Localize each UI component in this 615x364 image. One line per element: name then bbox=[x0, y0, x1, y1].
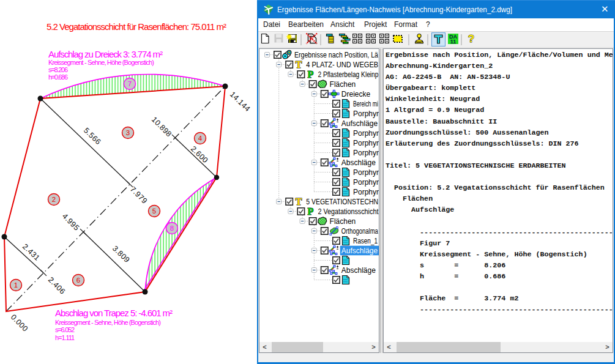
svg-text:Orthogonalma: Orthogonalma bbox=[341, 227, 378, 236]
svg-text:2 Pflasterbelag Kleinp: 2 Pflasterbelag Kleinp bbox=[318, 70, 378, 79]
svg-text:4 PLATZ- UND WEGEB: 4 PLATZ- UND WEGEB bbox=[306, 61, 378, 69]
svg-text:Kreissegment - Sehne, Höhe (Bo: Kreissegment - Sehne, Höhe (Bogenstich) bbox=[55, 319, 161, 326]
svg-text:1: 1 bbox=[14, 281, 18, 289]
svg-text:3: 3 bbox=[126, 129, 130, 136]
svg-text:Porphyr: Porphyr bbox=[353, 178, 379, 187]
svg-text:Abschlag von Trapez 5: -4.601: Abschlag von Trapez 5: -4.601 m² bbox=[55, 308, 173, 318]
svg-text:Rasen_1: Rasen_1 bbox=[353, 237, 378, 245]
svg-text:Porphyr: Porphyr bbox=[353, 149, 379, 157]
svg-text:Aufschläge: Aufschläge bbox=[341, 119, 378, 128]
svg-text:10.898: 10.898 bbox=[150, 115, 173, 138]
svg-text:8: 8 bbox=[170, 225, 174, 232]
svg-text:2.406: 2.406 bbox=[47, 275, 67, 295]
svg-text:2.431: 2.431 bbox=[21, 242, 42, 262]
svg-text:2 Vegatationsschicht: 2 Vegatationsschicht bbox=[318, 207, 379, 216]
svg-text:7.979: 7.979 bbox=[129, 185, 149, 205]
svg-text:Porphyr: Porphyr bbox=[353, 188, 379, 196]
svg-text:Dreiecke: Dreiecke bbox=[341, 90, 371, 98]
svg-text:Abschläge: Abschläge bbox=[341, 158, 376, 167]
svg-text:s=8.206: s=8.206 bbox=[48, 66, 68, 73]
svg-text:7: 7 bbox=[128, 80, 132, 87]
svg-text:4.995: 4.995 bbox=[61, 212, 81, 232]
svg-text:5.2 Vegatationsschicht für Ras: 5.2 Vegatationsschicht für Rasenflächen:… bbox=[47, 21, 226, 32]
svg-text:?: ? bbox=[468, 33, 474, 45]
svg-text:Flächen: Flächen bbox=[330, 217, 356, 226]
svg-text:Ergebnisse nach Position, Lä: Ergebnisse nach Position, Lä bbox=[294, 51, 378, 59]
svg-text:0.000: 0.000 bbox=[9, 313, 29, 333]
svg-text:Abschläge: Abschläge bbox=[341, 266, 376, 275]
svg-text:s=6.052: s=6.052 bbox=[55, 326, 75, 333]
svg-text:h=0.686: h=0.686 bbox=[48, 73, 68, 81]
svg-text:11: 11 bbox=[450, 39, 457, 45]
svg-text:6: 6 bbox=[76, 277, 80, 284]
svg-text:Porphyr: Porphyr bbox=[353, 110, 379, 118]
svg-text:Porphyr: Porphyr bbox=[353, 129, 379, 138]
svg-text:5 VEGETATIONSTECHN: 5 VEGETATIONSTECHN bbox=[306, 198, 378, 206]
svg-text:Bereich mi: Bereich mi bbox=[353, 100, 378, 108]
svg-text:14.144: 14.144 bbox=[228, 90, 252, 113]
svg-text:5.566: 5.566 bbox=[82, 126, 102, 146]
svg-text:Aufschläge: Aufschläge bbox=[341, 247, 378, 255]
svg-text:Porphyr: Porphyr bbox=[353, 168, 379, 177]
svg-text:Aufschlag zu Dreieck 3: 3.774: Aufschlag zu Dreieck 3: 3.774 m² bbox=[48, 49, 163, 59]
svg-text:Kreissegment - Sehne, Höhe (Bo: Kreissegment - Sehne, Höhe (Bogenstich) bbox=[48, 59, 154, 66]
svg-text:2: 2 bbox=[52, 196, 56, 203]
svg-text:h=1.111: h=1.111 bbox=[55, 334, 75, 341]
svg-text:4: 4 bbox=[198, 135, 203, 142]
svg-text:5: 5 bbox=[152, 207, 156, 215]
svg-text:Flächen: Flächen bbox=[330, 80, 356, 89]
svg-text:Porphyr: Porphyr bbox=[353, 139, 379, 147]
